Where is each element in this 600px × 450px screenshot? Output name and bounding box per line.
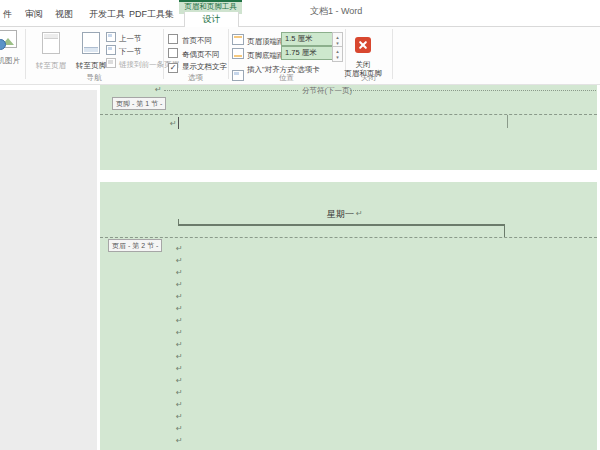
tab-developer[interactable]: 开发工具: [89, 8, 125, 21]
pilcrow-mark: ↵: [176, 243, 183, 255]
pilcrow-mark: ↵: [176, 387, 183, 399]
close-header-footer-button[interactable]: 关闭 页眉和页脚: [340, 37, 386, 78]
tab-review[interactable]: 审阅: [25, 8, 43, 21]
previous-section-button[interactable]: 上一节: [106, 32, 142, 44]
tab-file-partial[interactable]: 件: [3, 8, 12, 21]
go-to-footer-label: 转至页脚: [71, 61, 111, 71]
document-left-margin-panel: [0, 90, 97, 450]
go-to-header-icon: [42, 32, 60, 54]
checkbox-icon[interactable]: [168, 34, 178, 44]
footer-distance-icon: [232, 48, 244, 59]
tab-pdf-tools[interactable]: PDF工具集: [129, 8, 174, 21]
footer-from-bottom-input[interactable]: 1.75 厘米: [281, 46, 334, 60]
checkbox-icon[interactable]: ✓: [168, 63, 178, 73]
header-text: 星期一: [327, 208, 354, 221]
window-title: 文档1 - Word: [310, 5, 362, 18]
group-separator: [228, 29, 229, 79]
pilcrow-mark: ↵: [176, 411, 183, 423]
pilcrow-mark: ↵: [170, 120, 177, 128]
header-underline-right-cap: [504, 224, 505, 237]
section-break-line: [164, 90, 298, 91]
pilcrow-mark: ↵: [176, 399, 183, 411]
show-document-text-checkbox[interactable]: ✓显示文档文字: [168, 62, 227, 73]
page-1[interactable]: ↵ 分节符(下一页) 页脚 - 第 1 节 - ↵: [100, 85, 597, 170]
pilcrow-mark: ↵: [176, 279, 183, 291]
header-boundary-line: [100, 237, 597, 238]
tab-view[interactable]: 视图: [55, 8, 73, 21]
footer-section-tag: 页脚 - 第 1 节 -: [112, 97, 166, 110]
different-odd-even-label: 奇偶页不同: [182, 50, 220, 59]
spinner-down-icon[interactable]: ▾: [336, 54, 339, 60]
online-pictures-button[interactable]: 联机图片: [0, 30, 26, 66]
header-from-top-input[interactable]: 1.5 厘米: [281, 32, 334, 46]
group-label-options: 选项: [163, 73, 228, 83]
different-first-page-label: 首页不同: [182, 36, 212, 45]
pilcrow-mark: ↵: [176, 255, 183, 267]
pilcrow-mark: ↵: [155, 86, 162, 94]
word-window: 件 审阅 视图 开发工具 PDF工具集 文档1 - Word 页眉和页脚工具 设…: [0, 0, 600, 450]
online-pictures-label: 联机图片: [0, 56, 26, 66]
close-button-label-line1: 关闭: [340, 60, 386, 69]
ribbon: 联机图片 转至页眉 转至页脚 上一节 下一节 链接到前一条页眉 导航 首页不同 …: [0, 27, 600, 85]
previous-section-icon: [106, 32, 116, 42]
link-to-previous-icon: [106, 58, 116, 68]
section-break-label: 分节符(下一页): [302, 86, 352, 96]
ribbon-tab-strip: 件 审阅 视图 开发工具 PDF工具集 文档1 - Word: [0, 0, 600, 27]
group-label-close: 关闭: [345, 73, 392, 83]
go-to-header-label: 转至页眉: [31, 61, 71, 71]
pilcrow-mark: ↵: [176, 375, 183, 387]
header-underline: [178, 224, 505, 226]
previous-section-label: 上一节: [119, 34, 142, 43]
header-section-tag: 页眉 - 第 2 节 -: [108, 239, 162, 252]
next-section-label: 下一节: [119, 47, 142, 56]
header-distance-icon: [232, 34, 244, 45]
pilcrow-mark: ↵: [176, 363, 183, 375]
next-section-button[interactable]: 下一节: [106, 45, 142, 57]
group-label-position: 位置: [228, 73, 345, 83]
checkbox-icon[interactable]: [168, 48, 178, 58]
show-document-text-label: 显示文档文字: [182, 62, 227, 71]
close-x-icon: [355, 37, 371, 53]
pilcrow-mark: ↵: [176, 315, 183, 327]
pilcrow-mark: ↵: [176, 351, 183, 363]
go-to-footer-icon: [82, 32, 100, 54]
pilcrow-mark: ↵: [176, 267, 183, 279]
footer-boundary-line: [100, 114, 597, 115]
pilcrow-mark: ↵: [176, 303, 183, 315]
text-cursor: [178, 117, 179, 129]
body-pilcrow-column: ↵↵↵↵↵↵↵↵↵↵↵↵↵↵↵↵↵: [176, 243, 183, 447]
right-margin-marker: [507, 115, 508, 128]
group-separator: [392, 29, 393, 79]
footer-from-bottom-row: 页脚底端距离: 1.75 厘米 ▴ ▾: [232, 48, 294, 60]
page-2[interactable]: 星期一 ↵ 页眉 - 第 2 节 - ↵↵↵↵↵↵↵↵↵↵↵↵↵↵↵↵↵: [100, 182, 597, 450]
different-first-page-checkbox[interactable]: 首页不同: [168, 34, 212, 45]
go-to-footer-button[interactable]: 转至页脚: [71, 30, 111, 78]
next-section-icon: [106, 45, 116, 55]
pilcrow-mark: ↵: [356, 210, 363, 218]
online-pictures-icon: [0, 30, 17, 48]
group-separator: [163, 29, 164, 79]
pilcrow-mark: ↵: [176, 435, 183, 447]
different-odd-even-checkbox[interactable]: 奇偶页不同: [168, 48, 220, 59]
pilcrow-mark: ↵: [176, 327, 183, 339]
pilcrow-mark: ↵: [176, 423, 183, 435]
pilcrow-mark: ↵: [176, 339, 183, 351]
tab-design-active[interactable]: 设计: [184, 12, 239, 27]
pilcrow-mark: ↵: [176, 291, 183, 303]
go-to-header-button[interactable]: 转至页眉: [31, 30, 71, 78]
section-break-line: [350, 90, 596, 91]
header-from-top-row: 页眉顶端距离: 1.5 厘米 ▴ ▾: [232, 34, 294, 46]
group-label-navigation: 导航: [25, 73, 163, 83]
